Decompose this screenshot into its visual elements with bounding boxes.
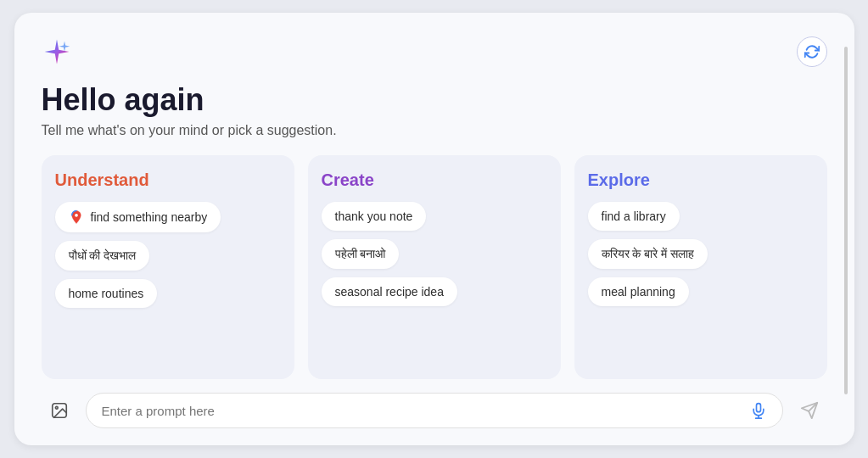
prompt-input-container (86, 393, 783, 428)
chip-find-something-nearby[interactable]: find something nearby (55, 202, 221, 232)
send-icon (800, 401, 819, 420)
chip-home-routines[interactable]: home routines (55, 279, 158, 308)
refresh-button[interactable] (797, 36, 827, 67)
svg-point-2 (55, 406, 58, 409)
chip-thank-you-note[interactable]: thank you note (322, 202, 427, 231)
image-upload-icon (50, 401, 69, 420)
understand-card-title: Understand (55, 170, 281, 190)
mic-button[interactable] (750, 402, 767, 419)
chip-career-advice[interactable]: करियर के बारे में सलाह (588, 239, 708, 269)
svg-rect-3 (756, 404, 760, 412)
prompt-input[interactable] (102, 404, 743, 418)
chip-puzzle[interactable]: पहेली बनाओ (322, 239, 400, 269)
bottom-bar (42, 393, 827, 428)
chip-meal-planning[interactable]: meal planning (588, 277, 689, 306)
suggestion-cards: Understand find something nearby पौधों क… (42, 155, 827, 379)
mic-icon (750, 402, 767, 419)
create-card: Create thank you note पहेली बनाओ seasona… (308, 155, 561, 379)
main-panel: Hello again Tell me what's on your mind … (14, 13, 854, 445)
chip-seasonal-recipe[interactable]: seasonal recipe idea (322, 277, 457, 306)
create-card-title: Create (322, 170, 547, 190)
chip-find-library[interactable]: find a library (588, 202, 680, 231)
svg-point-0 (75, 214, 78, 217)
explore-card: Explore find a library करियर के बारे में… (574, 155, 827, 379)
chip-plants-care[interactable]: पौधों की देखभाल (55, 241, 150, 271)
send-button[interactable] (792, 393, 827, 428)
maps-pin-icon (69, 209, 84, 225)
subtitle-text: Tell me what's on your mind or pick a su… (42, 123, 827, 138)
gemini-icon (42, 36, 72, 67)
image-upload-button[interactable] (42, 393, 77, 428)
understand-card: Understand find something nearby पौधों क… (42, 155, 294, 379)
greeting-heading: Hello again (42, 82, 827, 118)
top-bar (42, 36, 827, 67)
explore-card-title: Explore (588, 170, 814, 190)
